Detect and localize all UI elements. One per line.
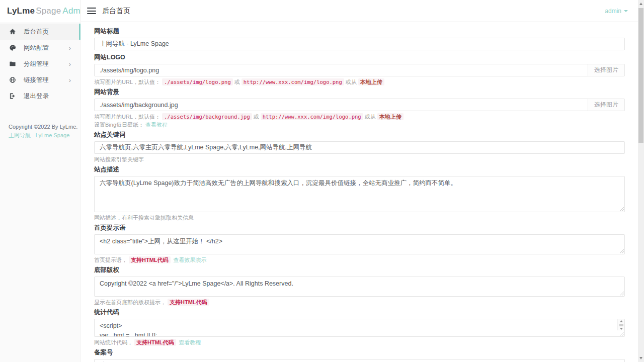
icp-label: 备案号 [94,349,625,356]
form-group-home-tip: 首页提示语 首页提示语，支持HTML代码查看效果演示 [94,225,625,263]
sidebar-nav: 后台首页 网站配置 › 分组管理 › 链接管理 › 退出登录 [0,24,80,104]
form-group-description: 站点描述 网站描述，有利于搜索引擎抓取相关信息 [94,166,625,221]
chevron-right-icon: › [69,76,71,84]
form-group-stats-code: 统计代码 网站统计代码，支持HTML代码查看教程 [94,309,625,345]
example-url-code: http://www.xxx.com/img/logo.png [261,113,363,120]
settings-form: 网站标题 网站LOGO 选择图片 填写图片的URL，默认值：./assets/i… [81,22,638,362]
keywords-help: 网站搜索引擎关键字 [94,156,625,162]
description-label: 站点描述 [94,166,625,173]
footer-copyright-help: 显示在首页底部的版权提示，支持HTML代码 [94,299,625,305]
site-title-input[interactable] [94,38,625,50]
palette-icon [9,44,16,51]
html-supported-code: 支持HTML代码 [168,299,209,306]
chevron-right-icon: › [69,60,71,68]
site-logo-help: 填写图片的URL，默认值：./assets/img/logo.png或http:… [94,79,625,85]
sidebar-item-site-config[interactable]: 网站配置 › [0,40,80,56]
sidebar-item-label: 退出登录 [24,92,49,101]
sidebar-item-link-manage[interactable]: 链接管理 › [0,72,80,88]
scroll-down-icon[interactable] [639,357,642,359]
scroll-up-icon[interactable] [639,3,642,5]
help-text: 网站统计代码， [94,339,133,345]
stats-code-label: 统计代码 [94,309,625,316]
page-scrollbar[interactable] [638,0,644,362]
scroll-up-icon[interactable] [620,320,623,322]
site-background-label: 网站背景 [94,89,625,96]
help-text: 填写图片的URL，默认值： [94,79,160,85]
keywords-label: 站点关键词 [94,132,625,138]
help-text: 或从 [346,79,357,85]
sidebar-item-label: 分组管理 [24,60,49,68]
copyright-text: Copyright ©2022 By LyLme. [9,123,80,131]
caret-down-icon [624,10,628,12]
menu-toggle-icon[interactable] [87,8,96,14]
footer-copyright-label: 底部版权 [94,267,625,274]
app-window: LyLme Spage Admin 后台首页 网站配置 › 分组管理 › 链接管… [0,0,644,362]
topbar: 后台首页 admin [81,0,638,22]
home-tip-textarea[interactable] [94,234,625,254]
footer-copyright-textarea[interactable] [94,277,625,297]
default-logo-path-code: ./assets/img/logo.png [162,78,233,85]
username: admin [605,8,621,15]
page-title: 后台首页 [102,7,130,16]
chevron-right-icon: › [69,44,71,52]
globe-icon [9,76,16,83]
form-group-site-background: 网站背景 选择图片 填写图片的URL，默认值：./assets/img/back… [94,89,625,128]
form-group-footer-copyright: 底部版权 显示在首页底部的版权提示，支持HTML代码 [94,267,625,305]
brand-lylme: LyLme [7,6,35,16]
stats-code-help: 网站统计代码，支持HTML代码查看教程 [94,339,625,345]
bing-tutorial-link[interactable]: 查看教程 [145,122,168,128]
html-supported-code: 支持HTML代码 [129,256,171,263]
help-text: 或 [234,79,240,85]
help-text: 或从 [365,114,376,120]
brand-logo: LyLme Spage Admin [0,0,80,22]
logout-icon [9,93,16,100]
form-group-site-title: 网站标题 [94,28,625,50]
site-logo-label: 网站LOGO [94,54,625,61]
local-upload-link[interactable]: 本地上传 [358,78,384,85]
sidebar-item-label: 链接管理 [24,76,49,84]
icp-input[interactable] [94,359,625,362]
stats-tutorial-link[interactable]: 查看教程 [179,339,201,345]
brand-spage: Spage [36,6,61,16]
effect-demo-link[interactable]: 查看效果演示 [174,257,207,263]
textarea-scrollbar[interactable] [617,319,624,330]
site-title-label: 网站标题 [94,28,625,35]
main-area: 后台首页 admin 网站标题 网站LOGO 选择图片 填写图 [81,0,638,362]
home-tip-help: 首页提示语，支持HTML代码查看效果演示 [94,257,625,263]
sidebar-item-group-manage[interactable]: 分组管理 › [0,56,80,72]
local-upload-link[interactable]: 本地上传 [377,113,404,120]
sidebar: LyLme Spage Admin 后台首页 网站配置 › 分组管理 › 链接管… [0,0,80,362]
help-text: 显示在首页底部的版权提示， [94,299,166,305]
help-text: 填写图片的URL，默认值： [94,114,160,120]
scroll-down-icon[interactable] [620,328,623,330]
description-textarea[interactable] [94,176,625,212]
example-url-code: http://www.xxx.com/img/logo.png [242,78,344,85]
html-supported-code: 支持HTML代码 [134,339,176,346]
select-image-button[interactable]: 选择图片 [588,64,625,76]
folder-icon [9,60,16,67]
site-home-link[interactable]: 上网导航 - LyLme Spage [9,131,69,139]
help-text: 设置Bing每日壁纸： [94,122,144,128]
form-group-icp: 备案号 [94,349,625,362]
select-image-button[interactable]: 选择图片 [588,99,625,111]
site-logo-input[interactable] [94,64,588,76]
scrollbar-thumb[interactable] [638,8,643,143]
sidebar-item-dashboard[interactable]: 后台首页 [0,24,80,40]
site-background-input[interactable] [94,99,588,111]
home-tip-label: 首页提示语 [94,225,625,231]
sidebar-item-logout[interactable]: 退出登录 [0,88,80,104]
description-help: 网站描述，有利于搜索引擎抓取相关信息 [94,215,625,221]
home-icon [9,28,16,35]
sidebar-item-label: 后台首页 [24,28,49,36]
form-group-keywords: 站点关键词 网站搜索引擎关键字 [94,132,625,162]
sidebar-item-label: 网站配置 [24,44,49,52]
site-background-help: 填写图片的URL，默认值：./assets/img/background.jpg… [94,114,625,128]
keywords-input[interactable] [94,141,625,154]
form-group-site-logo: 网站LOGO 选择图片 填写图片的URL，默认值：./assets/img/lo… [94,54,625,85]
scrollbar-thumb[interactable] [619,324,623,326]
user-dropdown[interactable]: admin [605,8,628,15]
help-text: 首页提示语， [94,257,127,263]
default-bg-path-code: ./assets/img/background.jpg [162,113,252,120]
help-text: 或 [254,114,259,120]
stats-code-textarea[interactable] [94,319,625,337]
